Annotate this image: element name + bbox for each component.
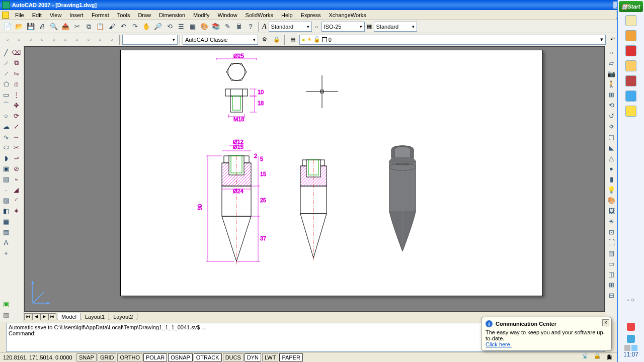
status-polar[interactable]: POLAR bbox=[143, 353, 167, 361]
render-icon[interactable]: 🖼 bbox=[606, 206, 616, 216]
camera-icon[interactable]: 📷 bbox=[606, 68, 616, 78]
line-icon[interactable]: ╱ bbox=[1, 47, 11, 57]
revcloud-icon[interactable]: ☁ bbox=[1, 121, 11, 131]
taskbar-item-4[interactable] bbox=[625, 60, 636, 71]
region-icon[interactable]: ▦ bbox=[1, 216, 11, 226]
menu-solidworks[interactable]: SolidWorks bbox=[242, 11, 277, 19]
ws-tool-0[interactable]: ▫ bbox=[2, 34, 13, 45]
dist-icon[interactable]: ↔ bbox=[606, 47, 616, 57]
ws-tool-8[interactable]: ▫ bbox=[95, 34, 106, 45]
preview-icon[interactable]: 🔍 bbox=[48, 21, 59, 32]
menu-file[interactable]: File bbox=[11, 11, 28, 19]
taskbar-item-2[interactable] bbox=[625, 30, 636, 41]
status-paper[interactable]: PAPER bbox=[279, 353, 302, 361]
arc-icon[interactable]: ⌒ bbox=[1, 100, 11, 110]
drawing-area[interactable]: Ø25 10 18 M18 bbox=[24, 46, 605, 312]
menu-edit[interactable]: Edit bbox=[28, 11, 46, 19]
ws-tool-7[interactable]: ▫ bbox=[83, 34, 94, 45]
save-icon[interactable]: 💾 bbox=[25, 21, 36, 32]
wedge3d-icon[interactable]: ◣ bbox=[606, 142, 616, 152]
rotate-icon[interactable]: ⟳ bbox=[11, 111, 21, 121]
menu-xchangeworks[interactable]: XchangeWorks bbox=[325, 11, 370, 19]
polygon-icon[interactable]: ⬠ bbox=[1, 79, 11, 89]
explode-icon[interactable]: ✶ bbox=[11, 206, 21, 216]
workspace-lock-icon[interactable]: 🔒 bbox=[271, 34, 282, 45]
block-icon[interactable]: ▣ bbox=[1, 163, 11, 173]
menu-insert[interactable]: Insert bbox=[65, 11, 88, 19]
dashboard-icon[interactable]: ▥ bbox=[1, 310, 11, 320]
copy-icon[interactable]: ⧉ bbox=[83, 21, 94, 32]
balloon-link[interactable]: Click here. bbox=[486, 341, 512, 347]
pline-icon[interactable]: ⟋ bbox=[1, 68, 11, 78]
open-icon[interactable]: 📂 bbox=[14, 21, 25, 32]
flatten-icon[interactable]: ▤ bbox=[606, 248, 616, 258]
zoomprev-icon[interactable]: ⟲ bbox=[164, 21, 175, 32]
sphere3d-icon[interactable]: ● bbox=[606, 163, 616, 173]
xline-icon[interactable]: ⟋ bbox=[1, 58, 11, 68]
menu-help[interactable]: Help bbox=[277, 11, 297, 19]
menu-window[interactable]: Window bbox=[213, 11, 241, 19]
vp2-icon[interactable]: ◫ bbox=[606, 269, 616, 279]
menu-express[interactable]: Express bbox=[297, 11, 325, 19]
table-style-combo[interactable]: Standard▾ bbox=[374, 22, 417, 32]
zoom-icon[interactable]: 🔎 bbox=[152, 21, 164, 32]
material-icon[interactable]: 🎨 bbox=[606, 195, 616, 205]
status-osnap[interactable]: OSNAP bbox=[168, 353, 193, 361]
systray-icon-2[interactable] bbox=[627, 335, 635, 343]
scale-icon[interactable]: ⤢ bbox=[11, 121, 21, 131]
layer-combo[interactable]: ● ☀ 🔓 0 ▾ bbox=[299, 35, 606, 45]
point-icon[interactable]: · bbox=[1, 185, 11, 195]
tab-first-button[interactable]: ⏮ bbox=[24, 313, 32, 320]
clock[interactable]: 11:07 bbox=[623, 351, 638, 358]
ws-tool-9[interactable]: ▫ bbox=[106, 34, 117, 45]
taskbar-item-3[interactable] bbox=[625, 45, 636, 56]
systray-icon-1[interactable] bbox=[627, 323, 635, 331]
trim-icon[interactable]: ✂ bbox=[11, 142, 21, 152]
taskbar-item-1[interactable] bbox=[625, 15, 636, 26]
area-icon[interactable]: ▱ bbox=[606, 58, 616, 68]
volume-icon[interactable] bbox=[631, 345, 637, 351]
taskbar-item-5[interactable] bbox=[625, 75, 636, 86]
text-style-combo[interactable]: Standard▾ bbox=[269, 22, 312, 32]
vp4-icon[interactable]: ⊟ bbox=[606, 290, 616, 300]
box3d-icon[interactable]: ▢ bbox=[606, 132, 616, 142]
mtext-icon[interactable]: A bbox=[1, 237, 11, 247]
pan-icon[interactable]: ✋ bbox=[141, 21, 152, 32]
tab-prev-button[interactable]: ◀ bbox=[32, 313, 40, 320]
taskbar-item-6[interactable] bbox=[625, 90, 636, 102]
menu-modify[interactable]: Modify bbox=[189, 11, 213, 19]
table-icon[interactable]: ▦ bbox=[1, 227, 11, 237]
status-snap[interactable]: SNAP bbox=[76, 353, 97, 361]
erase-icon[interactable]: ⌫ bbox=[11, 47, 21, 57]
menu-dimension[interactable]: Dimension bbox=[155, 11, 189, 19]
ellipsearc-icon[interactable]: ◗ bbox=[1, 153, 11, 163]
undo-icon[interactable]: ↶ bbox=[118, 21, 129, 32]
sheetset-icon[interactable]: 📚 bbox=[210, 21, 221, 32]
new-icon[interactable]: 📄 bbox=[2, 21, 13, 32]
comm-center-icon[interactable]: 📡 bbox=[580, 350, 591, 361]
swivel-icon[interactable]: ↺ bbox=[606, 111, 616, 121]
makeblock-icon[interactable]: ▤ bbox=[1, 174, 11, 184]
gradient-icon[interactable]: ◧ bbox=[1, 206, 11, 216]
ws-tool-4[interactable]: ▫ bbox=[48, 34, 59, 45]
ws-tool-3[interactable]: ▫ bbox=[37, 34, 48, 45]
cut-icon[interactable]: ✂ bbox=[71, 21, 83, 32]
start-button[interactable]: 🪟Start bbox=[619, 1, 643, 12]
move-icon[interactable]: ✥ bbox=[11, 100, 21, 110]
designcenter-icon[interactable]: ▦ bbox=[187, 21, 198, 32]
circle-icon[interactable]: ○ bbox=[1, 111, 11, 121]
hatch-icon[interactable]: ▨ bbox=[1, 195, 11, 205]
markup-icon[interactable]: ✎ bbox=[222, 21, 233, 32]
status-grid[interactable]: GRID bbox=[98, 353, 117, 361]
mirror-icon[interactable]: ⇋ bbox=[11, 68, 21, 78]
layer-manager-icon[interactable]: ▤ bbox=[287, 34, 298, 45]
mapping-icon[interactable]: ⊡ bbox=[606, 227, 616, 237]
light-icon[interactable]: 💡 bbox=[606, 185, 616, 195]
adjust-icon[interactable]: ⛭ bbox=[606, 121, 616, 131]
join-icon[interactable]: ⧜ bbox=[11, 174, 21, 184]
lock-ui-icon[interactable]: 🔒 bbox=[592, 350, 603, 361]
menu-tools[interactable]: Tools bbox=[113, 11, 134, 19]
chamfer-icon[interactable]: ◢ bbox=[11, 185, 21, 195]
taskbar-item-7[interactable] bbox=[625, 106, 636, 117]
props-icon[interactable]: ☰ bbox=[176, 21, 187, 32]
